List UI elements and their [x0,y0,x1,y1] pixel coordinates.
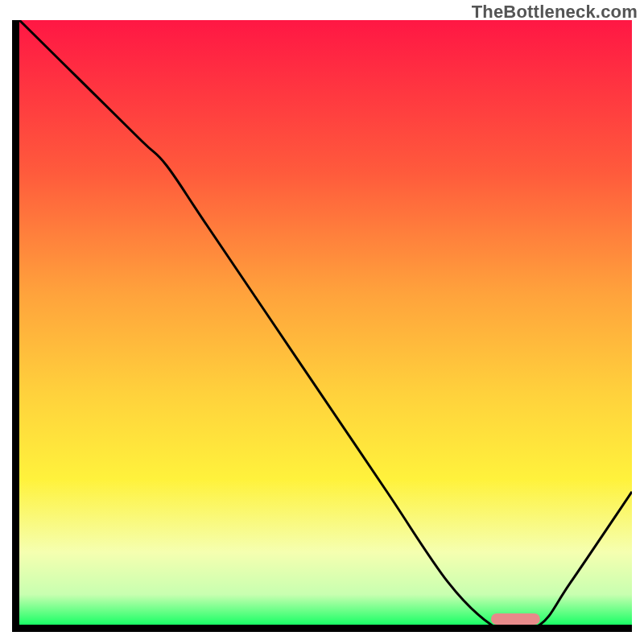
optimal-marker [491,613,540,625]
chart-container: TheBottleneck.com [0,0,644,644]
chart-svg [12,20,632,632]
watermark-text: TheBottleneck.com [472,2,638,23]
y-axis [12,20,19,632]
plot-area [12,20,632,632]
x-axis [12,625,632,632]
